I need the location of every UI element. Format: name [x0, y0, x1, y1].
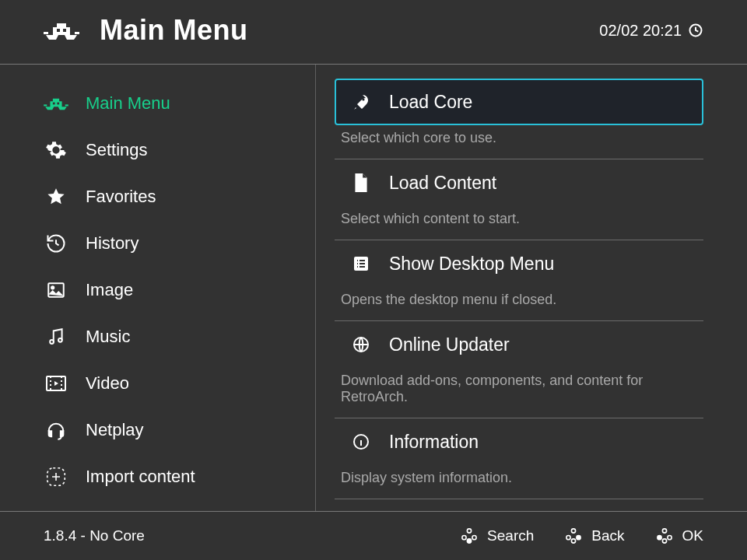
footer-button-search[interactable]: Search — [459, 526, 534, 546]
svg-point-26 — [566, 536, 570, 540]
retroarch-icon — [44, 18, 79, 43]
entry-label: Load Core — [389, 92, 472, 113]
svg-rect-7 — [44, 104, 47, 106]
entry-row[interactable]: Load Core — [335, 79, 703, 125]
plus-box-icon — [44, 464, 68, 489]
svg-point-32 — [662, 539, 666, 543]
sidebar-item-main-menu[interactable]: Main Menu — [0, 80, 315, 127]
clock-icon — [688, 23, 703, 38]
entry-configuration-file: Configuration File — [335, 499, 703, 511]
entry-row[interactable]: Show Desktop Menu — [335, 240, 703, 287]
svg-rect-2 — [44, 32, 48, 34]
rocket-icon — [350, 91, 372, 113]
dpad-icon — [563, 526, 584, 546]
sidebar-item-image[interactable]: Image — [0, 267, 315, 313]
svg-point-12 — [50, 340, 54, 344]
entry-row[interactable]: Load Content — [335, 159, 703, 206]
sidebar-item-netplay[interactable]: Netplay — [0, 407, 315, 453]
svg-point-22 — [462, 536, 466, 540]
footer-button-back[interactable]: Back — [563, 526, 624, 546]
body: Main Menu Settings Favorites — [0, 65, 747, 511]
info-icon — [350, 431, 372, 453]
sidebar-item-label: Video — [86, 373, 129, 394]
svg-point-29 — [662, 529, 666, 533]
file-icon — [350, 172, 372, 194]
svg-point-28 — [572, 539, 576, 543]
sidebar-item-label: History — [86, 233, 139, 254]
sidebar-item-label: Import content — [86, 467, 195, 487]
entry-show-desktop-menu: Show Desktop Menu Opens the desktop menu… — [335, 240, 703, 320]
svg-point-9 — [54, 148, 58, 152]
svg-rect-0 — [57, 29, 60, 32]
footer: 1.8.4 - No Core Search Back — [0, 511, 747, 560]
sidebar: Main Menu Settings Favorites — [0, 65, 316, 511]
svg-point-16 — [362, 98, 364, 100]
svg-rect-1 — [63, 29, 66, 32]
entry-desc: Download add-ons, components, and conten… — [335, 368, 703, 416]
star-icon — [44, 184, 68, 209]
svg-point-24 — [467, 539, 471, 543]
footer-buttons: Search Back OK — [459, 526, 703, 546]
clock-text: 02/02 20:21 — [599, 22, 682, 40]
retroarch-icon — [44, 91, 68, 116]
sidebar-item-video[interactable]: Video — [0, 360, 315, 407]
entry-online-updater: Online Updater Download add-ons, compone… — [335, 320, 703, 418]
svg-point-25 — [572, 529, 576, 533]
entry-label: Show Desktop Menu — [389, 254, 554, 275]
entry-row[interactable]: Online Updater — [335, 321, 703, 368]
svg-point-30 — [657, 536, 661, 540]
entry-desc: Select which core to use. — [335, 125, 703, 157]
footer-button-label: Search — [487, 527, 534, 544]
header: Main Menu 02/02 20:21 — [0, 0, 747, 65]
svg-rect-5 — [53, 103, 55, 105]
gear-icon — [44, 138, 68, 163]
sidebar-item-settings[interactable]: Settings — [0, 127, 315, 173]
sidebar-item-label: Main Menu — [86, 93, 170, 114]
entry-label: Load Content — [389, 173, 496, 194]
sidebar-item-import-content[interactable]: Import content — [0, 453, 315, 500]
entry-information: Information Display system information. — [335, 418, 703, 499]
entry-load-content: Load Content Select which content to sta… — [335, 159, 703, 240]
svg-point-13 — [58, 338, 62, 342]
sidebar-item-favorites[interactable]: Favorites — [0, 173, 315, 220]
svg-point-21 — [467, 529, 471, 533]
footer-button-ok[interactable]: OK — [654, 526, 703, 546]
sidebar-item-history[interactable]: History — [0, 220, 315, 267]
sidebar-item-music[interactable]: Music — [0, 313, 315, 360]
header-left: Main Menu — [44, 14, 248, 47]
footer-status: 1.8.4 - No Core — [44, 527, 145, 544]
svg-rect-3 — [75, 32, 79, 34]
entry-label: Online Updater — [389, 334, 510, 355]
header-clock: 02/02 20:21 — [599, 22, 703, 40]
sidebar-item-label: Image — [86, 280, 133, 300]
main-list: Load Core Select which core to use. Load… — [316, 65, 747, 511]
image-icon — [44, 278, 68, 303]
sidebar-item-label: Music — [86, 327, 130, 347]
dpad-icon — [654, 526, 675, 546]
page-title: Main Menu — [100, 14, 248, 47]
svg-point-11 — [51, 286, 54, 289]
svg-point-31 — [667, 536, 671, 540]
globe-icon — [350, 334, 372, 355]
entry-load-core: Load Core Select which core to use. — [335, 79, 703, 159]
entry-desc: Select which content to start. — [335, 206, 703, 238]
sidebar-item-label: Favorites — [86, 187, 156, 207]
entry-desc: Opens the desktop menu if closed. — [335, 287, 703, 319]
headset-icon — [44, 418, 68, 443]
entry-label: Information — [389, 432, 479, 453]
dpad-icon — [459, 526, 479, 546]
svg-rect-8 — [65, 104, 68, 106]
entry-desc: Display system information. — [335, 465, 703, 497]
svg-rect-6 — [57, 103, 59, 105]
svg-point-23 — [472, 536, 476, 540]
entry-row[interactable]: Information — [335, 418, 703, 465]
entry-row[interactable]: Configuration File — [335, 499, 703, 511]
music-icon — [44, 324, 68, 349]
footer-button-label: OK — [682, 527, 703, 544]
sidebar-item-label: Settings — [86, 140, 148, 160]
history-icon — [44, 231, 68, 256]
video-icon — [44, 371, 68, 396]
svg-point-27 — [577, 536, 580, 540]
sidebar-item-label: Netplay — [86, 420, 144, 440]
list-icon — [350, 253, 372, 275]
